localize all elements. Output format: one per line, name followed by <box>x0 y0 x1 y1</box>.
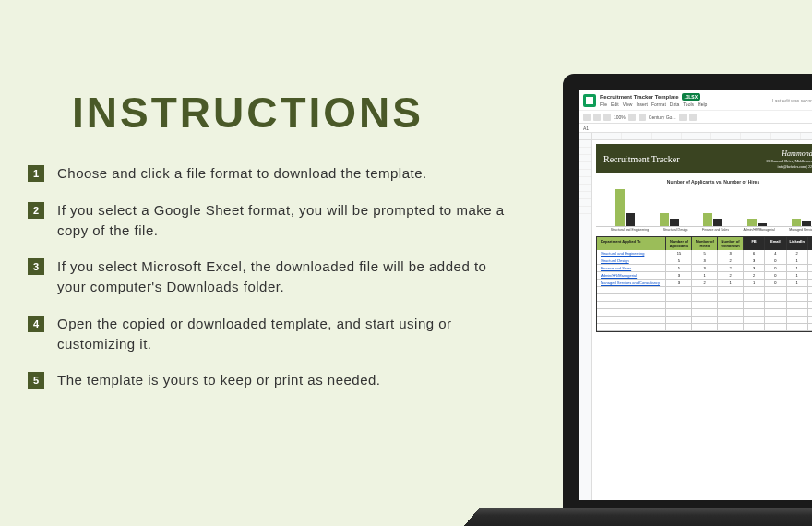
table-row: Admin/HR/Managerial3122010 <box>597 272 812 280</box>
laptop-mockup: Recruitment Tracker Template .XLSX File … <box>480 46 812 526</box>
step-text: Open the copied or downloaded template, … <box>57 314 517 354</box>
chart-bars <box>596 188 812 227</box>
sheets-header: Recruitment Tracker Template .XLSX File … <box>579 90 812 111</box>
zoom-level: 100% <box>614 114 626 120</box>
step-number-badge: 3 <box>28 258 44 275</box>
bar-hired <box>670 219 679 226</box>
col-email: Email <box>765 237 786 250</box>
table-row <box>597 309 812 317</box>
laptop-screen-frame: Recruitment Tracker Template .XLSX File … <box>563 74 812 517</box>
table-row <box>597 324 812 331</box>
bar-hired <box>626 213 635 226</box>
menu-edit: Edit <box>611 102 619 107</box>
col-fb: FB <box>744 237 765 250</box>
menu-view: View <box>623 102 633 107</box>
bar-chart: Number of Applicants vs. Number of Hires… <box>596 179 812 233</box>
menu-bar: File Edit View Insert Format Data Tools … <box>600 102 707 107</box>
template-banner: Recruitment Tracker Hammond Co 22 Concor… <box>596 144 812 173</box>
undo-icon <box>583 114 591 121</box>
file-format-badge: .XLSX <box>682 93 700 101</box>
chart-label: Structural Design <box>663 228 688 232</box>
step-text: If you select Microsoft Excel, the downl… <box>57 257 517 297</box>
table-row <box>597 287 812 294</box>
chart-label: Finance and Sales <box>702 228 729 232</box>
chart-label: Structural and Engineering <box>611 228 649 232</box>
table-row: Managed Services and Consultancy3211010 <box>597 280 812 287</box>
col-hired: Number of Hired <box>692 237 718 250</box>
col-applicants: Number of Applicants <box>666 237 692 250</box>
redo-icon <box>593 114 601 121</box>
menu-tools: Tools <box>683 102 694 107</box>
print-icon <box>603 114 611 121</box>
sheets-logo-icon <box>583 94 596 107</box>
toolbar: 100% Century Go... <box>579 111 812 124</box>
company-contact: info@befedex.com | 222 555 7 <box>767 164 812 169</box>
row-headers <box>579 140 592 500</box>
bar-hired <box>713 219 722 226</box>
formula-bar: A1 <box>579 124 812 133</box>
step-1: 1 Choose and click a file format to down… <box>28 163 517 184</box>
bar-applicants <box>747 219 757 226</box>
fill-color-icon <box>689 114 697 121</box>
col-indeed: Inde <box>808 237 812 250</box>
menu-insert: Insert <box>636 102 648 107</box>
instructions-list: 1 Choose and click a file format to down… <box>28 163 517 390</box>
template-title: Recruitment Tracker <box>603 154 679 164</box>
step-number-badge: 1 <box>28 165 44 182</box>
chart-x-labels: Structural and Engineering Structural De… <box>596 227 812 233</box>
bar-applicants <box>703 213 712 226</box>
company-address: 22 Concord Drive, Middletown, RI 02 <box>767 159 812 163</box>
table-row: Structural Design5323010 <box>597 257 812 265</box>
step-3: 3 If you select Microsoft Excel, the dow… <box>28 257 517 297</box>
table-header-row: Department Applied To Number of Applican… <box>597 237 812 250</box>
bar-hired <box>802 221 811 226</box>
spreadsheet-screenshot: Recruitment Tracker Template .XLSX File … <box>579 90 812 500</box>
step-5: 5 The template is yours to keep or print… <box>28 370 517 390</box>
col-withdrawn: Number of Withdrawn <box>718 237 744 250</box>
table-row <box>597 317 812 324</box>
step-4: 4 Open the copied or downloaded template… <box>28 314 517 354</box>
col-linkedin: LinkedIn <box>787 237 808 250</box>
company-name: Hammond Co <box>767 149 812 158</box>
col-department: Department Applied To <box>597 237 666 250</box>
table-row: Finance and Sales5323010 <box>597 265 812 272</box>
step-number-badge: 4 <box>28 316 44 332</box>
step-text: If you select a Google Sheet format, you… <box>57 200 517 241</box>
cell-reference: A1 <box>583 126 589 131</box>
table-row <box>597 302 812 309</box>
currency-icon <box>628 114 636 121</box>
table-row: Structural and Engineering15536421 <box>597 250 812 257</box>
bar-applicants <box>615 189 625 226</box>
step-text: Choose and click a file format to downlo… <box>57 163 427 184</box>
chart-label: Managed Services <box>789 228 812 232</box>
table-row <box>597 294 812 302</box>
chart-label: Admin/HR/Managerial <box>744 228 775 232</box>
column-headers <box>579 133 812 140</box>
document-title: Recruitment Tracker Template <box>600 94 679 100</box>
data-table: Department Applied To Number of Applican… <box>596 236 812 332</box>
step-text: The template is yours to keep or print a… <box>57 370 381 390</box>
last-edit-text: Last edit was seconds ago <box>772 98 812 103</box>
bar-hired <box>758 223 767 226</box>
percent-icon <box>639 114 646 121</box>
page-title: INSTRUCTIONS <box>72 88 517 137</box>
laptop-base <box>455 508 812 526</box>
step-2: 2 If you select a Google Sheet format, y… <box>28 200 517 241</box>
menu-help: Help <box>698 102 707 107</box>
menu-file: File <box>600 102 607 107</box>
menu-format: Format <box>651 102 666 107</box>
menu-data: Data <box>670 102 680 107</box>
font-name: Century Go... <box>649 114 676 120</box>
step-number-badge: 5 <box>28 372 44 389</box>
chart-title: Number of Applicants vs. Number of Hires <box>596 179 812 185</box>
step-number-badge: 2 <box>28 202 44 219</box>
bar-applicants <box>792 219 801 226</box>
bold-icon <box>679 114 687 121</box>
bar-applicants <box>660 213 669 226</box>
